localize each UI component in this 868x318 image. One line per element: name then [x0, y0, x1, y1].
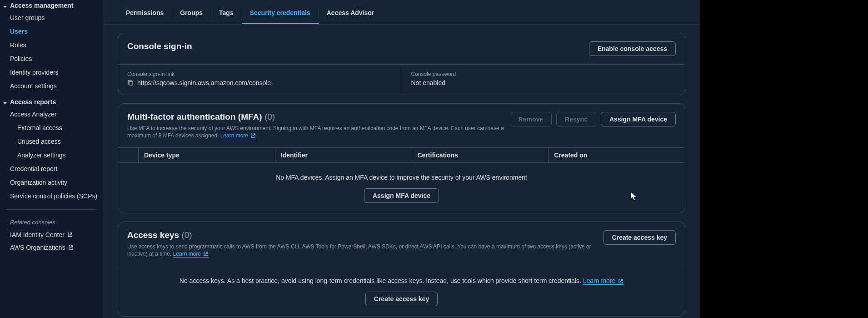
mfa-table-header: Device type Identifier Certifications Cr… [118, 147, 685, 163]
create-access-key-button[interactable]: Create access key [604, 230, 676, 245]
sidebar-item-roles[interactable]: Roles [0, 38, 103, 52]
resync-mfa-button: Resync [556, 112, 596, 126]
tab-tags[interactable]: Tags [211, 3, 242, 24]
copy-icon[interactable] [127, 80, 134, 86]
related-label: AWS Organizations [10, 244, 65, 251]
related-consoles-header: Related consoles [5, 209, 97, 228]
th-certifications: Certifications [412, 148, 549, 162]
console-signin-link-value: https://sqcows.signin.aws.amazon.com/con… [137, 79, 271, 86]
console-signin-panel: Console sign-in Enable console access Co… [118, 33, 685, 95]
sidebar-item-analyzer-settings[interactable]: Analyzer settings [0, 148, 103, 162]
panel-header: Multi-factor authentication (MFA) (0) Us… [118, 104, 685, 147]
learn-more-link[interactable]: Learn more [220, 132, 256, 139]
mfa-panel: Multi-factor authentication (MFA) (0) Us… [118, 103, 685, 213]
panel-title: Console sign-in [127, 41, 192, 51]
svg-rect-1 [129, 81, 133, 85]
create-access-key-button-empty[interactable]: Create access key [365, 292, 438, 306]
learn-more-link[interactable]: Learn more [173, 251, 209, 257]
caret-down-icon [3, 100, 7, 104]
tab-security-credentials[interactable]: Security credentials [242, 3, 319, 24]
caret-down-icon [3, 3, 7, 8]
sidebar-item-external-access[interactable]: External access [0, 121, 103, 135]
sidebar-item-user-groups[interactable]: User groups [0, 11, 103, 25]
right-black-region [700, 0, 868, 318]
nav-group-access-management[interactable]: Access management [0, 0, 103, 11]
tab-access-advisor[interactable]: Access Advisor [319, 3, 383, 24]
th-device-type: Device type [138, 148, 275, 162]
panel-body: Console sign-in link https://sqcows.sign… [118, 65, 685, 95]
sidebar-item-unused-access[interactable]: Unused access [0, 135, 103, 148]
panel-description: Use access keys to send programmatic cal… [127, 243, 604, 257]
sidebar-item-credential-report[interactable]: Credential report [0, 162, 103, 176]
panel-header: Access keys (0) Use access keys to send … [118, 222, 685, 266]
related-aws-organizations[interactable]: AWS Organizations [0, 241, 103, 254]
mfa-empty-state: No MFA devices. Assign an MFA device to … [118, 163, 685, 213]
user-detail-tabs: Permissions Groups Tags Security credent… [103, 3, 700, 25]
sidebar-item-identity-providers[interactable]: Identity providers [0, 66, 103, 79]
empty-message: No MFA devices. Assign an MFA device to … [127, 174, 676, 181]
tab-groups[interactable]: Groups [172, 3, 211, 24]
th-identifier: Identifier [275, 148, 412, 162]
tab-permissions[interactable]: Permissions [118, 3, 172, 24]
nav-group-label: Access management [10, 2, 73, 9]
th-checkbox [118, 148, 138, 162]
sidebar: Access management User groups Users Role… [0, 0, 103, 318]
external-link-icon [203, 251, 209, 257]
access-keys-panel: Access keys (0) Use access keys to send … [118, 222, 685, 317]
sidebar-item-account-settings[interactable]: Account settings [0, 79, 103, 93]
panel-title: Multi-factor authentication (MFA) (0) [127, 112, 510, 122]
assign-mfa-device-button-empty[interactable]: Assign MFA device [364, 188, 439, 203]
sidebar-item-scps[interactable]: Service control policies (SCPs) [0, 189, 103, 203]
nav-group-label: Access reports [10, 98, 56, 106]
access-keys-count: (0) [181, 230, 192, 240]
field-label: Console sign-in link [127, 71, 393, 77]
external-link-icon [67, 232, 73, 237]
panel-title: Access keys (0) [127, 230, 604, 240]
console-password-cell: Console password Not enabled [402, 65, 685, 95]
panel-header: Console sign-in Enable console access [118, 33, 685, 65]
console-signin-link-cell: Console sign-in link https://sqcows.sign… [118, 65, 402, 95]
sidebar-item-users[interactable]: Users [0, 25, 103, 38]
th-created-on: Created on [548, 148, 685, 162]
external-link-icon [618, 278, 624, 284]
assign-mfa-device-button[interactable]: Assign MFA device [601, 112, 676, 126]
related-label: IAM Identity Center [10, 231, 65, 238]
mfa-count: (0) [264, 112, 275, 121]
remove-mfa-button: Remove [510, 112, 552, 126]
empty-message: No access keys. As a best practice, avoi… [127, 277, 676, 284]
learn-more-link[interactable]: Learn more [583, 277, 624, 285]
field-label: Console password [411, 71, 676, 77]
main-content: Permissions Groups Tags Security credent… [103, 0, 700, 318]
access-keys-empty-state: No access keys. As a best practice, avoi… [118, 266, 685, 316]
external-link-icon [68, 245, 74, 250]
external-link-icon [250, 133, 256, 138]
sidebar-item-organization-activity[interactable]: Organization activity [0, 176, 103, 189]
sidebar-item-policies[interactable]: Policies [0, 52, 103, 66]
console-password-value: Not enabled [411, 79, 676, 86]
nav-group-access-reports[interactable]: Access reports [0, 96, 103, 107]
related-iam-identity-center[interactable]: IAM Identity Center [0, 228, 103, 241]
sidebar-item-access-analyzer[interactable]: Access Analyzer [0, 107, 103, 121]
enable-console-access-button[interactable]: Enable console access [589, 41, 676, 56]
panel-description: Use MFA to increase the security of your… [127, 125, 510, 139]
